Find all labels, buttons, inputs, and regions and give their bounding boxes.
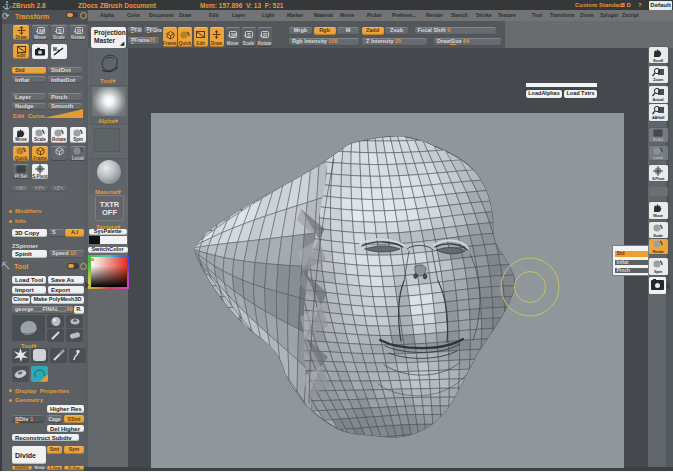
svg-text:R: R (263, 32, 268, 38)
svg-text:M: M (53, 47, 57, 52)
svg-text:+: + (57, 47, 60, 53)
svg-text:S: S (247, 32, 251, 38)
svg-text:M: M (39, 28, 44, 34)
svg-text:M: M (231, 32, 236, 38)
svg-text:S: S (58, 28, 62, 34)
svg-text:R: R (77, 28, 82, 34)
